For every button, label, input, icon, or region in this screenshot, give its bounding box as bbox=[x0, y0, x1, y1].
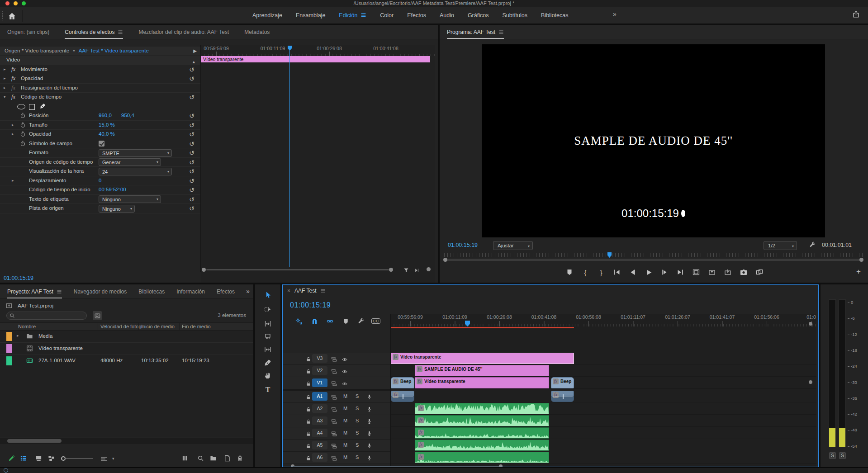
ec-section-video[interactable]: Vídeo▲ bbox=[0, 56, 200, 65]
timeline-ruler-ticks[interactable] bbox=[391, 321, 816, 326]
voiceover-record-button[interactable] bbox=[366, 430, 372, 437]
comparison-view-button[interactable] bbox=[755, 268, 764, 277]
tab-program[interactable]: Programa: AAF Test bbox=[447, 25, 504, 39]
reset-param-button[interactable]: ↺ bbox=[189, 177, 194, 185]
tab-controles-de-efectos[interactable]: Controles de efectos bbox=[65, 25, 123, 39]
audio-track-zoom-knob[interactable] bbox=[809, 380, 812, 384]
mute-toggle[interactable]: M bbox=[343, 430, 347, 435]
step-back-button[interactable] bbox=[629, 268, 637, 277]
lock-toggle[interactable] bbox=[306, 380, 311, 387]
program-settings-button[interactable] bbox=[809, 241, 816, 248]
zoom-slider-track[interactable] bbox=[66, 458, 93, 459]
tab-efectos[interactable]: Efectos bbox=[217, 284, 235, 298]
param-value-2[interactable]: 950,4 bbox=[121, 113, 134, 118]
dropdown-pista-de-origen[interactable]: Ninguno▾ bbox=[99, 205, 135, 213]
timeline-clip-slate[interactable]: fx bbox=[391, 391, 414, 402]
dropdown-formato[interactable]: SMPTE▾ bbox=[99, 149, 172, 157]
workspace-tab-subt-tulos[interactable]: Subtítulos bbox=[502, 12, 527, 19]
timeline-content[interactable]: 00:59:56:0901:00:11:0901:00:26:0801:00:4… bbox=[390, 314, 816, 467]
voiceover-record-button[interactable] bbox=[366, 442, 372, 449]
sync-lock-toggle[interactable] bbox=[331, 418, 337, 425]
ec-clip-bar[interactable]: Vídeo transparente bbox=[201, 56, 430, 62]
master-clip-label[interactable]: Origen * Vídeo transparente bbox=[5, 48, 69, 53]
voiceover-record-button[interactable] bbox=[366, 393, 372, 400]
ec-row-texto-de-etiqueta[interactable]: Texto de etiquetaNinguno▾↺ bbox=[0, 195, 200, 204]
program-video-frame[interactable]: SAMPLE DE AUDIO DE 45'' 01:00:15:19 bbox=[482, 44, 825, 237]
workspace-tab-color[interactable]: Color bbox=[380, 12, 394, 19]
track-content-v2[interactable]: fxSAMPLE DE AUDIO DE 45'' bbox=[391, 365, 816, 377]
lock-toggle[interactable] bbox=[306, 418, 311, 425]
track-header-a1[interactable]: A1MS bbox=[283, 391, 390, 403]
sync-lock-toggle[interactable] bbox=[331, 455, 337, 461]
playhead[interactable] bbox=[467, 321, 467, 465]
lock-toggle[interactable] bbox=[306, 356, 311, 362]
lock-toggle[interactable] bbox=[306, 430, 311, 437]
ec-row-opacidad[interactable]: ▸Opacidad40,0 %↺ bbox=[0, 130, 200, 139]
timeline-clip-wave[interactable]: fx bbox=[415, 440, 549, 451]
lock-toggle[interactable] bbox=[306, 406, 311, 412]
reset-param-button[interactable]: ↺ bbox=[189, 195, 194, 203]
pen-mask-button[interactable] bbox=[40, 103, 46, 109]
solo-left-button[interactable]: S bbox=[829, 452, 836, 459]
ec-row-visualizaci-n-de-la-hora[interactable]: Visualización de la hora24▾↺ bbox=[0, 167, 200, 176]
reset-param-button[interactable]: ↺ bbox=[189, 121, 194, 129]
reset-param-button[interactable]: ↺ bbox=[189, 204, 194, 213]
keyframe-stopwatch-button[interactable] bbox=[20, 141, 26, 147]
mark-in-button[interactable]: { bbox=[581, 268, 589, 277]
reset-param-button[interactable]: ↺ bbox=[189, 130, 194, 138]
mute-toggle[interactable]: M bbox=[343, 418, 347, 423]
track-target-v2[interactable]: V2 bbox=[312, 366, 327, 375]
track-output-toggle[interactable] bbox=[342, 368, 348, 374]
timeline-current-timecode[interactable]: 01:00:15:19 bbox=[290, 301, 331, 309]
solo-toggle[interactable]: S bbox=[356, 454, 359, 460]
ec-row-c-digo-de-tiempo-de-inicio[interactable]: Código de tiempo de inicio00:59:52:00↺ bbox=[0, 185, 200, 195]
ec-row-s-mbolo-de-campo[interactable]: Símbolo de campo↺ bbox=[0, 139, 200, 149]
lock-toggle[interactable] bbox=[306, 455, 311, 461]
ec-row-origen-de-c-digo-de-tiempo[interactable]: Origen de código de tiempoGenerar▾↺ bbox=[0, 158, 200, 167]
ec-row-opacidad[interactable]: ▸fxOpacidad↺ bbox=[0, 74, 200, 84]
ec-row-pista-de-origen[interactable]: Pista de origenNinguno▾↺ bbox=[0, 204, 200, 213]
column-header-fin-de-medio[interactable]: Fin de medio bbox=[182, 324, 211, 329]
track-header-a5[interactable]: A5MS bbox=[283, 440, 390, 452]
linked-selection-toggle[interactable] bbox=[325, 317, 334, 326]
expand-chevron-icon[interactable]: ▾ bbox=[4, 95, 6, 99]
filter-properties-button[interactable] bbox=[403, 267, 409, 273]
reset-param-button[interactable]: ↺ bbox=[189, 66, 194, 74]
track-header-a4[interactable]: A4MS bbox=[283, 427, 390, 440]
sync-lock-toggle[interactable] bbox=[331, 430, 337, 437]
mute-toggle[interactable]: M bbox=[343, 406, 347, 411]
voiceover-record-button[interactable] bbox=[366, 454, 372, 461]
dropdown-visualizaci-n-de-la-hora[interactable]: 24▾ bbox=[99, 168, 172, 175]
track-content-a3[interactable]: fx bbox=[391, 415, 816, 427]
column-header-velocidad-de-fotogr[interactable]: Velocidad de fotogr bbox=[100, 324, 143, 329]
list-item-v-deo-transparente[interactable]: Vídeo transparente bbox=[0, 343, 253, 355]
expand-chevron-icon[interactable]: ▸ bbox=[12, 132, 14, 136]
tool-slip[interactable] bbox=[263, 345, 273, 355]
tab-navegador-de-medios[interactable]: Navegador de medios bbox=[74, 284, 127, 298]
track-content-a4[interactable]: fx bbox=[391, 427, 816, 439]
scroll-track[interactable] bbox=[293, 466, 500, 467]
scrubber-playhead[interactable] bbox=[607, 252, 612, 258]
keyframe-stopwatch-button[interactable] bbox=[20, 113, 26, 118]
go-to-out-button[interactable] bbox=[676, 268, 684, 277]
voiceover-record-button[interactable] bbox=[366, 418, 372, 425]
zoom-scroll-track[interactable] bbox=[206, 269, 389, 270]
ec-row-tama-o[interactable]: ▸Tamaño15,0 %↺ bbox=[0, 121, 200, 130]
timeline-clip-wave[interactable]: fx bbox=[415, 403, 549, 414]
video-track-zoom-knob[interactable] bbox=[809, 322, 812, 326]
new-item-button[interactable] bbox=[224, 455, 231, 462]
play-around-button[interactable] bbox=[414, 267, 420, 273]
track-content-a1[interactable]: fxfx bbox=[391, 391, 816, 402]
track-content-v1[interactable]: fxBeepfxVídeo transparentefxBeep bbox=[391, 377, 816, 389]
sync-lock-toggle[interactable] bbox=[331, 394, 337, 400]
solo-toggle[interactable]: S bbox=[356, 393, 359, 399]
dropdown-texto-de-etiqueta[interactable]: Ninguno▾ bbox=[99, 195, 161, 203]
track-header-a6[interactable]: A6MS bbox=[283, 452, 390, 464]
reset-param-button[interactable]: ↺ bbox=[189, 112, 194, 120]
ec-row-movimiento[interactable]: ▸fxMovimiento↺ bbox=[0, 65, 200, 75]
expand-chevron-icon[interactable]: ▸ bbox=[4, 76, 6, 80]
reset-param-button[interactable]: ↺ bbox=[189, 186, 194, 194]
lock-toggle[interactable] bbox=[306, 368, 311, 374]
reset-param-button[interactable]: ↺ bbox=[189, 149, 194, 157]
automate-to-sequence-button[interactable] bbox=[182, 455, 189, 462]
